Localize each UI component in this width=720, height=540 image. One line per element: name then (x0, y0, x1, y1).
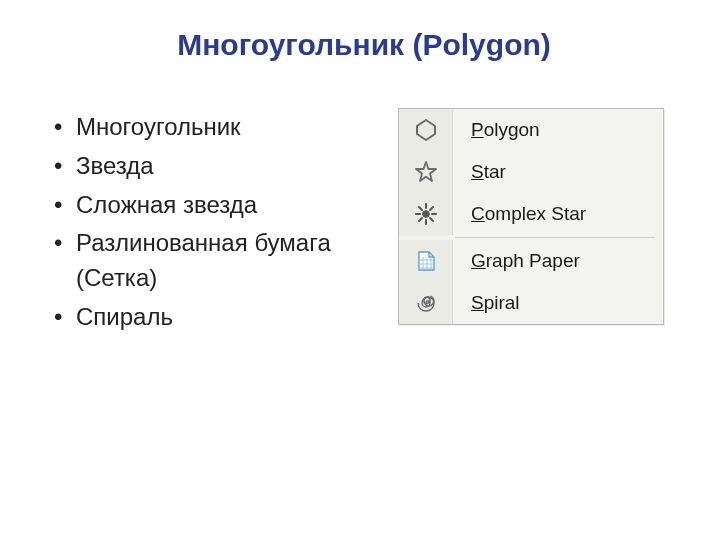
menu-icon-cell (399, 282, 453, 324)
bullet-list: Многоугольник Звезда Сложная звезда Разл… (48, 110, 378, 339)
svg-marker-1 (416, 162, 436, 181)
slide: Многоугольник (Polygon) Многоугольник Зв… (0, 0, 720, 540)
svg-marker-0 (417, 120, 435, 140)
menu-item-complex-star[interactable]: Complex Star (399, 193, 663, 235)
polygon-icon (414, 118, 438, 142)
svg-line-9 (419, 218, 422, 221)
slide-title: Многоугольник (Polygon) (48, 28, 680, 62)
star-icon (414, 160, 438, 184)
polygon-flyout-menu: Polygon Star (398, 108, 664, 325)
menu-item-label: Complex Star (453, 203, 586, 225)
menu-separator (455, 237, 655, 238)
complex-star-icon (414, 202, 438, 226)
menu-item-label: Spiral (453, 292, 520, 314)
bullet-item: Спираль (48, 300, 378, 335)
bullet-item: Сложная звезда (48, 188, 378, 223)
menu-item-spiral[interactable]: Spiral (399, 282, 663, 324)
svg-line-10 (430, 207, 433, 210)
menu-item-label: Polygon (453, 119, 540, 141)
bullet-item: Звезда (48, 149, 378, 184)
svg-line-7 (419, 207, 422, 210)
menu-icon-cell (399, 109, 453, 151)
bullet-item: Многоугольник (48, 110, 378, 145)
slide-content: Многоугольник Звезда Сложная звезда Разл… (48, 108, 680, 339)
bullet-item: Разлинованная бумага (Сетка) (48, 226, 378, 296)
spiral-icon (414, 291, 438, 315)
menu-item-graph-paper[interactable]: Graph Paper (399, 240, 663, 282)
menu-item-star[interactable]: Star (399, 151, 663, 193)
graph-paper-icon (414, 249, 438, 273)
menu-item-label: Graph Paper (453, 250, 580, 272)
menu-item-label: Star (453, 161, 506, 183)
menu-item-polygon[interactable]: Polygon (399, 109, 663, 151)
svg-point-2 (422, 211, 429, 218)
menu-icon-cell (399, 193, 453, 235)
menu-icon-cell (399, 240, 453, 282)
svg-line-8 (430, 218, 433, 221)
menu-icon-cell (399, 151, 453, 193)
